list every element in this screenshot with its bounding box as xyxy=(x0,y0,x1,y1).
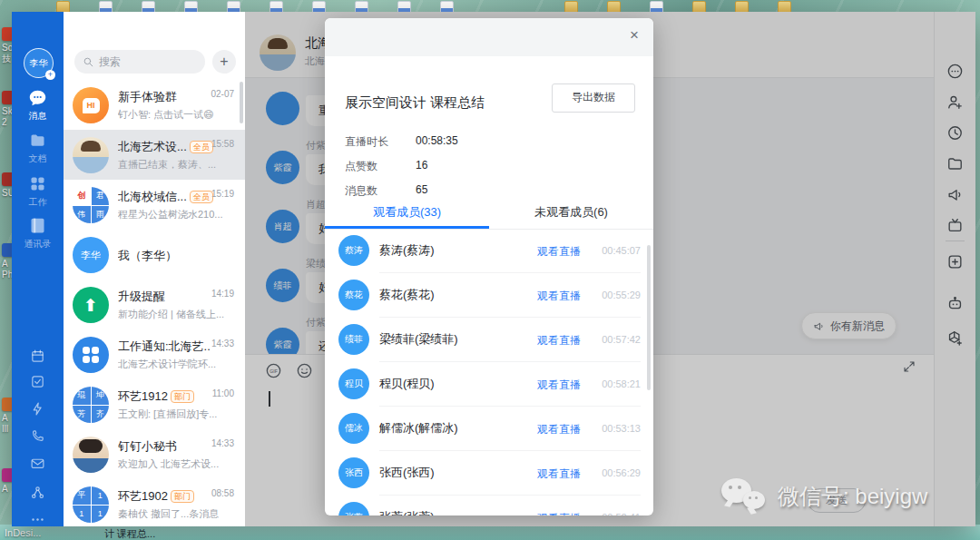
chat-avatar: ⬆ xyxy=(73,287,109,323)
member-avatar: 程贝 xyxy=(338,368,369,399)
chat-list-items: HI新手体验群02-07钉小智: 点击试一试😄北海艺术设...全员15:58直播… xyxy=(64,80,245,526)
contacts-icon xyxy=(28,216,47,235)
dialog-header xyxy=(325,18,653,56)
search-icon xyxy=(83,56,94,68)
docs-icon xyxy=(28,131,47,150)
member-avatar: 儒冰 xyxy=(338,413,369,444)
chat-title: 新手体验群 xyxy=(118,89,177,105)
member-row: 张萱张萱(张萱)观看直播00:52:41 xyxy=(325,496,653,515)
sidebar-item-label: 文档 xyxy=(12,153,64,164)
chat-title: 北海校域信... xyxy=(118,189,187,205)
chat-list-item[interactable]: 工作通知:北海艺...14:33北海艺术设计学院环... xyxy=(64,329,245,379)
sidebar-item-work[interactable]: 工作 xyxy=(12,174,64,208)
watch-replay-link[interactable]: 观看直播 xyxy=(537,466,581,482)
new-chat-button[interactable]: + xyxy=(212,50,236,74)
chat-title: 工作通知:北海艺... xyxy=(118,339,211,355)
chat-timestamp: 15:58 xyxy=(211,139,234,149)
chat-timestamp: 02-07 xyxy=(211,89,234,99)
group-type-badge: 全员 xyxy=(190,191,213,203)
mail-icon[interactable] xyxy=(30,456,45,471)
tab-watched[interactable]: 观看成员(33) xyxy=(325,201,489,223)
member-list-scrollbar[interactable] xyxy=(647,245,651,390)
chat-preview: 新功能介绍 | 储备线上... xyxy=(118,308,234,321)
chat-preview: 欢迎加入 北海艺术设... xyxy=(118,457,234,471)
chat-preview: 王文刚: [直播回放]专... xyxy=(118,407,234,421)
stat-value: 00:58:35 xyxy=(416,134,458,147)
chat-list-item[interactable]: 创君伟雨北海校域信...全员15:19程星为公益树浇水210... xyxy=(64,180,245,230)
chat-timestamp: 11:00 xyxy=(212,388,234,398)
live-summary-dialog: × 展示空间设计 课程总结 导出数据 直播时长00:58:35点赞数16消息数6… xyxy=(325,18,653,515)
dots-icon[interactable] xyxy=(30,512,45,526)
watch-duration: 00:56:29 xyxy=(602,467,641,478)
nodes-icon[interactable] xyxy=(30,485,45,500)
chat-timestamp: 14:33 xyxy=(211,438,234,448)
watch-replay-link[interactable]: 观看直播 xyxy=(537,378,581,393)
chat-preview: 秦柚伏 撤回了...条消息 xyxy=(118,507,234,521)
stat-label: 消息数 xyxy=(345,183,377,199)
sidebar-item-chat[interactable]: 消息 xyxy=(12,88,64,122)
member-name: 蔡花(蔡花) xyxy=(379,287,435,303)
watch-replay-link[interactable]: 观看直播 xyxy=(537,244,581,260)
phone-icon[interactable] xyxy=(30,428,45,444)
chat-list-item[interactable]: 琨坤芳齐环艺1912部门11:00王文刚: [直播回放]专... xyxy=(64,379,245,429)
watch-replay-link[interactable]: 观看直播 xyxy=(537,511,581,515)
group-type-badge: 部门 xyxy=(171,490,194,503)
chat-avatar: HI xyxy=(73,87,109,123)
sidebar-item-label: 通讯录 xyxy=(12,239,64,250)
chat-list-item[interactable]: ⬆升级提醒14:19新功能介绍 | 储备线上... xyxy=(64,280,245,329)
export-data-button[interactable]: 导出数据 xyxy=(552,83,635,113)
watch-duration: 00:52:41 xyxy=(602,512,641,515)
sidebar-item-contacts[interactable]: 通讯录 xyxy=(12,216,64,250)
watch-replay-link[interactable]: 观看直播 xyxy=(537,422,581,437)
desktop-label: 计 课程总... xyxy=(104,527,155,540)
watch-duration: 00:57:42 xyxy=(602,334,641,345)
member-row: 程贝程贝(程贝)观看直播00:58:21 xyxy=(325,362,653,407)
chat-list-item[interactable]: 平111环艺1902部门08:58秦柚伏 撤回了...条消息 xyxy=(64,479,245,526)
member-avatar: 张萱 xyxy=(338,502,369,515)
chat-list-item[interactable]: HI新手体验群02-07钉小智: 点击试一试😄 xyxy=(64,80,245,130)
dialog-close-button[interactable]: × xyxy=(630,26,639,44)
chat-timestamp: 08:58 xyxy=(211,488,234,498)
chat-timestamp: 15:19 xyxy=(211,189,234,199)
chat-title: 钉钉小秘书 xyxy=(118,438,177,455)
member-avatar: 绩菲 xyxy=(338,324,369,355)
chat-list-panel: 搜索 + HI新手体验群02-07钉小智: 点击试一试😄北海艺术设...全员15… xyxy=(64,12,245,526)
chat-timestamp: 14:33 xyxy=(211,339,234,349)
chat-avatar: 琨坤芳齐 xyxy=(73,387,109,423)
chat-list-item[interactable]: 钉钉小秘书14:33欢迎加入 北海艺术设... xyxy=(64,429,245,479)
dialog-title: 展示空间设计 课程总结 xyxy=(345,94,485,112)
member-avatar: 蔡花 xyxy=(338,280,369,310)
stat-label: 点赞数 xyxy=(345,159,377,174)
chat-title: 北海艺术设... xyxy=(118,139,187,155)
member-avatar: 蔡涛 xyxy=(338,235,369,266)
calendar-icon[interactable] xyxy=(30,349,45,364)
chat-avatar xyxy=(73,137,109,173)
group-type-badge: 部门 xyxy=(171,390,194,403)
chat-list-item[interactable]: 北海艺术设...全员15:58直播已结束，蔡涛、... xyxy=(64,130,245,180)
dingtalk-window: × 北海 北海 重新紫霞付紫霞我直肖超肖超(肖好了绩菲梁绩菲好了紫霞付紫霞还没 … xyxy=(12,12,975,526)
member-row: 蔡涛蔡涛(蔡涛)观看直播00:45:07 xyxy=(325,229,653,273)
bolt-icon[interactable] xyxy=(30,401,45,417)
stat-row: 点赞数16 xyxy=(345,159,617,175)
tab-unwatched[interactable]: 未观看成员(6) xyxy=(489,201,653,223)
watch-replay-link[interactable]: 观看直播 xyxy=(537,333,581,349)
stat-row: 消息数65 xyxy=(345,183,617,200)
chat-list-item[interactable]: 李华我（李华） xyxy=(64,230,245,280)
watch-duration: 00:45:07 xyxy=(602,245,641,256)
work-icon xyxy=(28,174,47,193)
watermark: 微信号: beiyigw xyxy=(721,469,966,524)
tasks-icon[interactable] xyxy=(30,374,45,389)
sidebar-item-docs[interactable]: 文档 xyxy=(12,131,64,164)
chat-title: 环艺1902 xyxy=(118,488,168,505)
search-input[interactable]: 搜索 xyxy=(74,50,205,74)
chat-preview: 直播已结束，蔡涛、... xyxy=(118,158,234,172)
chat-list-scrollbar[interactable] xyxy=(240,82,243,123)
watch-replay-link[interactable]: 观看直播 xyxy=(537,289,581,304)
avatar-status-badge: + xyxy=(45,70,55,80)
user-avatar[interactable]: 李华 + xyxy=(24,48,54,78)
watermark-text: 微信号: beiyigw xyxy=(778,482,927,511)
chat-preview: 北海艺术设计学院环... xyxy=(118,358,234,371)
chat-title: 环艺1912 xyxy=(118,388,168,405)
member-avatar: 张西 xyxy=(338,457,369,488)
watch-duration: 00:55:29 xyxy=(602,290,641,300)
